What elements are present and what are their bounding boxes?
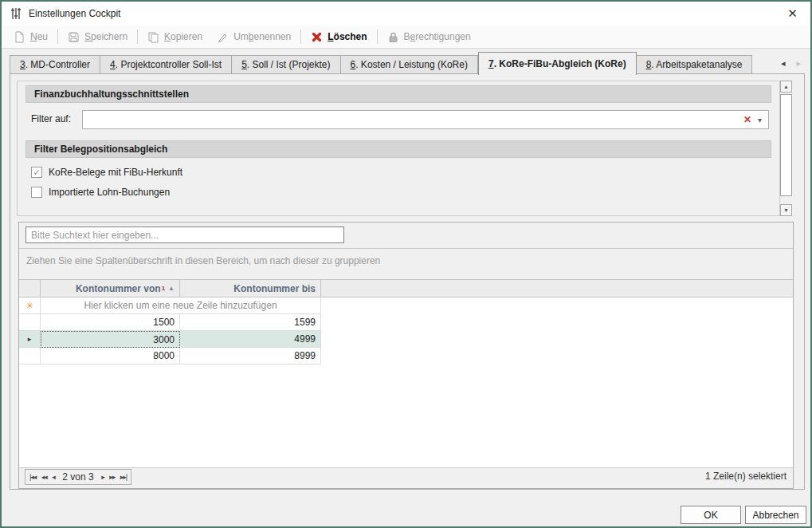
prev-page-icon[interactable]: ◂◂ <box>41 473 47 481</box>
window-title: Einstellungen Cockpit <box>29 8 120 19</box>
toolbar: Neu Speichern Kopieren Umbenennen Lösche… <box>2 26 810 49</box>
tab-projektcontroller-soll-ist[interactable]: 4. Projektcontroller Soll-Ist <box>100 55 232 74</box>
next-page-icon[interactable]: ▸▸ <box>109 473 115 481</box>
tab-kore-fibu-abgleich[interactable]: 7. KoRe-FiBu-Abgleich (KoRe) <box>478 52 637 75</box>
scroll-down-icon[interactable]: ▼ <box>780 204 792 216</box>
first-record-icon[interactable]: |◂◂ <box>29 473 36 481</box>
checkbox-importierte-lohn[interactable]: Importierte Lohn-Buchungen <box>31 187 170 198</box>
rename-pencil-icon <box>217 31 229 43</box>
cell-kontonummer-von-focused[interactable]: 3000 <box>41 331 180 348</box>
record-position: 2 von 3 <box>60 471 96 483</box>
cell-kontonummer-bis[interactable]: 8999 <box>180 348 321 364</box>
tab-scroll-buttons: ◂ ▸ <box>781 58 801 69</box>
grid-body: ✳ Hier klicken um eine neue Zeile hinzuz… <box>19 297 793 467</box>
chevron-down-icon[interactable]: ▾ <box>758 116 768 124</box>
tab-content-panel: Finanzbuchhaltungsschnittstellen Filter … <box>10 73 805 490</box>
delete-x-icon <box>311 31 323 43</box>
next-record-icon[interactable]: ▸ <box>101 473 104 481</box>
tab-scroll-right-icon[interactable]: ▸ <box>796 58 801 69</box>
search-input[interactable] <box>25 227 344 243</box>
save-icon <box>68 31 80 43</box>
grid-header-row: Kontonummer von1▲ Kontonummer bis <box>19 279 793 297</box>
sort-ascending-icon: ▲ <box>168 285 175 292</box>
vertical-scrollbar[interactable]: ▲ ▼ <box>780 81 792 216</box>
cell-kontonummer-bis[interactable]: 1599 <box>180 314 321 331</box>
group-by-hint: Ziehen Sie eine Spaltenüberschrift in di… <box>26 255 380 266</box>
new-row-hint[interactable]: Hier klicken um eine neue Zeile hinzuzuf… <box>41 297 321 314</box>
new-row[interactable]: ✳ Hier klicken um eine neue Zeile hinzuz… <box>19 297 793 314</box>
close-icon[interactable]: ✕ <box>775 2 810 26</box>
header-filler-cell <box>321 280 793 297</box>
row-indicator-arrow-icon: ▸ <box>19 331 41 348</box>
settings-cockpit-dialog: Einstellungen Cockpit ✕ Neu Speichern Ko… <box>0 0 812 528</box>
table-row-selected[interactable]: ▸ 3000 4999 <box>19 331 793 348</box>
checkbox-unchecked-icon[interactable] <box>31 187 42 198</box>
rename-button[interactable]: Umbenennen <box>210 27 298 46</box>
checkbox-checked-icon[interactable]: ✓ <box>31 167 42 178</box>
tab-md-controller[interactable]: 3. MD-Controller <box>10 55 100 74</box>
tab-strip: 3. MD-Controller 4. Projektcontroller So… <box>10 51 752 74</box>
selection-status: 1 Zeile(n) selektiert <box>705 471 787 482</box>
filter-auf-combobox[interactable]: ✕ ▾ <box>82 110 769 129</box>
row-indicator <box>19 348 41 364</box>
lock-icon <box>387 31 399 43</box>
tab-scroll-left-icon[interactable]: ◂ <box>781 58 786 69</box>
grid-pane: Ziehen Sie eine Spaltenüberschrift in di… <box>18 222 794 489</box>
new-button[interactable]: Neu <box>6 27 55 46</box>
new-row-star-icon: ✳ <box>25 301 33 311</box>
tab-arbeitspaketanalyse[interactable]: 8. Arbeitspaketanalyse <box>637 55 753 74</box>
filter-auf-label: Filter auf: <box>31 113 71 124</box>
cell-kontonummer-von[interactable]: 1500 <box>41 314 180 331</box>
delete-button[interactable]: Löschen <box>304 27 374 46</box>
checkbox-label: Importierte Lohn-Buchungen <box>49 187 170 198</box>
checkbox-kore-belege[interactable]: ✓ KoRe-Belege mit FiBu-Herkunft <box>31 167 182 178</box>
divider <box>19 248 793 249</box>
toolbar-separator <box>137 30 138 44</box>
scrollbar-thumb[interactable] <box>780 94 792 196</box>
column-header-kontonummer-bis[interactable]: Kontonummer bis <box>180 280 321 297</box>
header-indicator-cell <box>19 280 41 297</box>
settings-pane: Finanzbuchhaltungsschnittstellen Filter … <box>17 81 780 216</box>
toolbar-separator <box>300 30 301 44</box>
save-button[interactable]: Speichern <box>61 27 135 46</box>
filter-auf-input[interactable] <box>83 111 737 128</box>
last-record-icon[interactable]: ▸▸| <box>120 473 127 481</box>
scroll-up-icon[interactable]: ▲ <box>780 81 792 93</box>
copy-button[interactable]: Kopieren <box>140 27 210 46</box>
cancel-button[interactable]: Abbrechen <box>745 506 806 524</box>
sort-index-badge: 1 <box>162 285 165 292</box>
column-header-kontonummer-von[interactable]: Kontonummer von1▲ <box>41 280 180 297</box>
divider <box>19 467 793 468</box>
clear-filter-icon[interactable]: ✕ <box>737 114 758 125</box>
sliders-icon <box>10 7 22 20</box>
record-navigator: |◂◂ ◂◂ ◂ 2 von 3 ▸ ▸▸ ▸▸| <box>25 469 131 485</box>
checkbox-label: KoRe-Belege mit FiBu-Herkunft <box>49 167 182 178</box>
cell-kontonummer-bis[interactable]: 4999 <box>180 331 321 348</box>
table-row[interactable]: 8000 8999 <box>19 348 793 364</box>
new-document-icon <box>14 31 25 43</box>
copy-icon <box>147 31 159 43</box>
title-bar: Einstellungen Cockpit ✕ <box>2 2 810 26</box>
table-row[interactable]: 1500 1599 <box>19 314 793 331</box>
section-header-finanz: Finanzbuchhaltungsschnittstellen <box>25 85 771 103</box>
ok-button[interactable]: OK <box>681 506 741 524</box>
tab-soll-ist-projekte[interactable]: 5. Soll / Ist (Projekte) <box>232 55 340 74</box>
tab-kosten-leistung-kore[interactable]: 6. Kosten / Leistung (KoRe) <box>341 55 478 74</box>
row-indicator <box>19 314 41 331</box>
toolbar-separator <box>377 30 378 44</box>
toolbar-separator <box>57 30 58 44</box>
permissions-button[interactable]: Berechtigungen <box>380 27 478 46</box>
cell-kontonummer-von[interactable]: 8000 <box>41 348 180 364</box>
prev-record-icon[interactable]: ◂ <box>52 473 55 481</box>
section-header-beleg: Filter Belegpositionsabgleich <box>25 140 771 158</box>
